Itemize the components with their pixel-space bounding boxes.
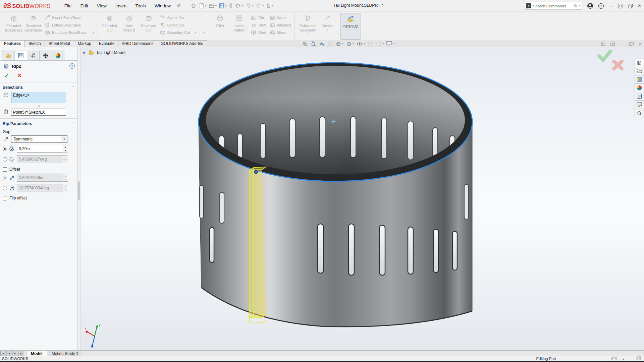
options-dropdown-icon[interactable]: ▾: [241, 4, 243, 7]
rip-point-marker[interactable]: [255, 171, 258, 174]
view-palette-tab[interactable]: [635, 75, 644, 84]
options-icon[interactable]: ▾: [234, 2, 244, 9]
hide-show-items-icon[interactable]: ▾: [356, 41, 365, 47]
menu-tools[interactable]: Tools: [131, 2, 151, 10]
point-selection-box[interactable]: Point5@Sketch10: [11, 109, 66, 116]
offset-distance-up-icon[interactable]: ▲: [63, 174, 68, 178]
window-restore-icon[interactable]: [629, 42, 634, 46]
minimize-icon[interactable]: —: [609, 3, 613, 8]
gap-distance-radio[interactable]: [3, 147, 7, 151]
configuration-manager-tab[interactable]: [27, 51, 40, 60]
curves-button[interactable]: Curves ▾: [319, 13, 336, 40]
gap-angle-radio[interactable]: [3, 157, 7, 162]
tags-icon[interactable]: [636, 356, 641, 361]
rib-button[interactable]: Rib: [249, 14, 268, 21]
instant3d-button[interactable]: Instant3D: [340, 13, 361, 40]
window-minimize-icon[interactable]: —: [620, 42, 624, 46]
reference-flyout-icon[interactable]: ▾: [307, 33, 309, 36]
open-icon[interactable]: ▾: [208, 2, 217, 9]
selections-section-header[interactable]: Selections ⌃: [0, 82, 77, 91]
user-account-icon[interactable]: [587, 3, 593, 9]
file-explorer-tab[interactable]: [635, 67, 644, 75]
hide-show-dropdown-icon[interactable]: ▾: [364, 42, 365, 45]
gap-angle-value[interactable]: 5.45880527deg: [17, 155, 63, 163]
window-previous-icon[interactable]: [601, 42, 605, 46]
graphics-viewport[interactable]: ▶ Tail Light Mount: [80, 47, 644, 350]
open-dropdown-icon[interactable]: ▾: [215, 4, 217, 7]
tab-solidworks-addins[interactable]: SOLIDWORKS Add-Ins: [157, 40, 207, 47]
menu-window[interactable]: Window: [150, 2, 175, 10]
revolved-cut-button[interactable]: Revolved Cut: [139, 13, 158, 40]
selection-box-resize-handle[interactable]: [0, 104, 77, 108]
new-dropdown-icon[interactable]: ▾: [205, 4, 206, 7]
tail-light-mount-model[interactable]: x y: [85, 63, 472, 348]
view-orientation-dropdown-icon[interactable]: ▾: [342, 42, 343, 45]
panel-splitter[interactable]: [78, 47, 80, 350]
fillet-button[interactable]: Fillet: [210, 13, 230, 40]
curves-flyout-icon[interactable]: ▾: [327, 28, 328, 32]
swept-boss-button[interactable]: Swept Boss/Base: [43, 14, 96, 21]
gap-angle-down-icon[interactable]: ▼: [63, 160, 68, 163]
offset-distance-value[interactable]: 0.39370079in: [17, 174, 63, 182]
unit-system-dropdown-icon[interactable]: ▲: [622, 358, 625, 360]
save-icon[interactable]: ▾: [218, 2, 227, 9]
panel-splitter-grip[interactable]: [0, 47, 77, 51]
boundary-boss-button[interactable]: Boundary Boss/Base ▾: [43, 29, 96, 36]
apply-scene-icon[interactable]: ▾: [376, 41, 384, 47]
zoom-to-fit-icon[interactable]: [302, 41, 308, 47]
home-icon[interactable]: [190, 2, 197, 9]
custom-properties-tab[interactable]: [635, 92, 644, 101]
extruded-cut-button[interactable]: Extruded Cut: [100, 13, 119, 40]
breadcrumb-expand-icon[interactable]: ▶: [83, 51, 86, 54]
display-manager-tab[interactable]: [52, 51, 64, 60]
search-input[interactable]: [533, 4, 572, 8]
menu-file[interactable]: File: [60, 2, 76, 10]
gap-distance-down-icon[interactable]: ▼: [63, 149, 68, 153]
menu-insert[interactable]: Insert: [111, 2, 131, 10]
design-library-tab[interactable]: [635, 59, 644, 67]
rebuild-icon[interactable]: [228, 2, 233, 9]
view-orientation-icon[interactable]: ▾: [335, 41, 343, 47]
window-close-icon[interactable]: ✕: [639, 42, 642, 46]
next-tab-button[interactable]: ▶: [12, 351, 18, 356]
revolved-boss-button[interactable]: Revolved Boss/Base: [23, 13, 43, 40]
flip-offset-checkbox[interactable]: [3, 196, 7, 200]
edit-appearance-icon[interactable]: [367, 41, 373, 47]
boundary-cut-button[interactable]: Boundary Cut ▾ ▾: [158, 29, 206, 36]
tab-evaluate[interactable]: Evaluate: [95, 40, 119, 47]
wrap-button[interactable]: ab Wrap: [268, 14, 292, 21]
tab-features[interactable]: Features: [0, 40, 25, 47]
boss-flyout-icon[interactable]: ▾: [93, 31, 94, 34]
property-manager-tab[interactable]: [14, 51, 27, 60]
gap-angle-up-icon[interactable]: ▲: [63, 156, 68, 160]
offset-angle-value[interactable]: 10.75740934deg: [17, 184, 63, 192]
draft-button[interactable]: Draft: [249, 21, 268, 29]
feature-manager-tab[interactable]: [2, 51, 15, 60]
last-tab-button[interactable]: ▶|: [18, 351, 24, 356]
collapse-parameters-icon[interactable]: ⌃: [72, 122, 75, 126]
tab-sketch[interactable]: Sketch: [24, 40, 45, 47]
section-view-icon[interactable]: [327, 41, 333, 47]
previous-tab-button[interactable]: ◀: [6, 351, 12, 356]
help-icon[interactable]: ?: [598, 3, 604, 9]
save-dropdown-icon[interactable]: ▾: [225, 4, 227, 7]
lofted-cut-button[interactable]: Lofted Cut: [158, 21, 206, 29]
confirm-ok-button[interactable]: [599, 51, 610, 60]
offset-checkbox[interactable]: [3, 167, 7, 172]
collapse-selections-icon[interactable]: ⌃: [72, 86, 75, 89]
lofted-boss-button[interactable]: Lofted Boss/Base: [43, 21, 96, 29]
expand-panes-icon[interactable]: [618, 4, 623, 8]
redo-dropdown-icon[interactable]: ▾: [262, 4, 264, 7]
search-commands-box[interactable]: ＞ 🔍︎ ▾: [525, 2, 582, 10]
window-next-icon[interactable]: [610, 42, 615, 46]
intersect-button[interactable]: Intersect: [268, 21, 292, 29]
new-document-icon[interactable]: ▾: [198, 2, 207, 9]
gap-distance-up-icon[interactable]: ▲: [63, 145, 68, 149]
hole-wizard-button[interactable]: Hole Wizard: [119, 13, 139, 40]
redo-icon[interactable]: ▾: [255, 2, 264, 9]
appearances-scenes-tab[interactable]: [635, 84, 644, 92]
select-arrow-icon[interactable]: ▾: [265, 2, 274, 9]
menu-edit[interactable]: Edit: [76, 2, 93, 10]
model-canvas[interactable]: x y: [80, 47, 644, 350]
unit-system-label[interactable]: IPS: [611, 357, 617, 361]
